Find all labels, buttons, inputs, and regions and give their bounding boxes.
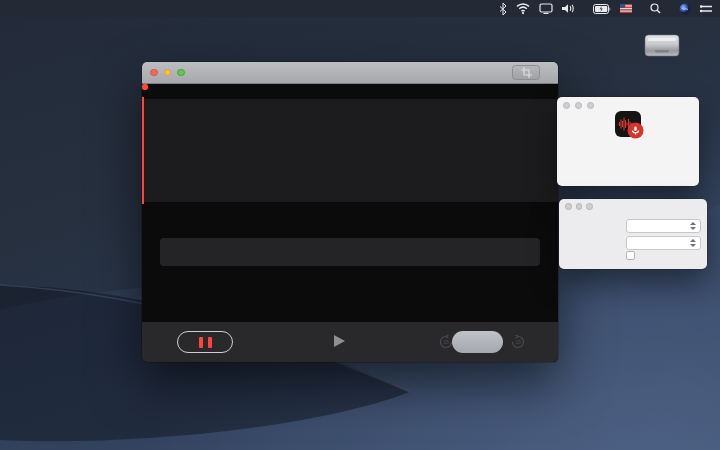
menu-bar — [0, 0, 720, 17]
preferences-window — [559, 199, 707, 269]
location-naming-row — [626, 251, 639, 260]
display-mirroring-icon[interactable] — [539, 3, 553, 14]
wifi-icon[interactable] — [516, 3, 530, 14]
overview-waveform[interactable] — [160, 238, 540, 266]
playhead-bottom-handle[interactable] — [142, 84, 148, 90]
minimize-button[interactable] — [575, 102, 582, 109]
zoom-button[interactable] — [587, 102, 594, 109]
about-voice-memos-window — [557, 97, 699, 186]
about-window-controls — [563, 102, 594, 109]
prefs-window-controls — [565, 203, 593, 210]
zoomed-waveform[interactable] — [142, 99, 558, 202]
audio-quality-popup[interactable] — [626, 236, 701, 250]
zoom-button[interactable] — [586, 203, 593, 210]
us-flag-icon[interactable] — [620, 4, 632, 13]
desktop-disk-icon[interactable] — [614, 33, 710, 61]
close-button[interactable] — [563, 102, 570, 109]
battery-icon[interactable] — [593, 4, 611, 14]
minimize-button[interactable] — [576, 203, 583, 210]
control-bar: 15 15 — [142, 322, 558, 362]
voice-memos-recorder-window: 15 15 — [142, 62, 558, 362]
stepper-icon — [689, 222, 700, 230]
stepper-icon — [689, 239, 700, 247]
clear-deleted-popup[interactable] — [626, 219, 701, 233]
trim-icon — [521, 67, 532, 78]
location-naming-checkbox[interactable] — [626, 251, 635, 260]
pause-button[interactable] — [177, 331, 233, 353]
svg-text:15: 15 — [515, 339, 521, 345]
recorder-titlebar[interactable] — [142, 62, 558, 84]
audio-quality-row — [559, 236, 707, 250]
svg-text:15: 15 — [443, 339, 449, 345]
skip-back-15-icon[interactable]: 15 — [439, 335, 453, 349]
bluetooth-icon[interactable] — [499, 3, 507, 15]
menu-status-area — [499, 3, 720, 15]
done-button[interactable] — [452, 331, 503, 353]
time-ruler[interactable] — [142, 202, 558, 228]
notification-center-icon[interactable] — [700, 4, 712, 14]
close-button[interactable] — [565, 203, 572, 210]
play-button[interactable] — [334, 335, 345, 347]
hard-drive-icon — [643, 33, 681, 58]
volume-icon[interactable] — [562, 3, 575, 14]
clear-deleted-row — [559, 219, 707, 233]
recorder-content: 15 15 — [142, 84, 558, 362]
close-button[interactable] — [150, 69, 158, 77]
spotlight-icon[interactable] — [650, 3, 661, 14]
voice-memos-app-icon — [614, 110, 642, 138]
siri-icon[interactable] — [679, 3, 691, 15]
trim-button[interactable] — [512, 65, 540, 80]
preferences-titlebar[interactable] — [559, 199, 707, 212]
minimize-button[interactable] — [164, 69, 172, 77]
pause-icon — [199, 337, 203, 348]
skip-forward-15-icon[interactable]: 15 — [511, 335, 525, 349]
zoom-button[interactable] — [177, 69, 185, 77]
playhead[interactable] — [142, 97, 144, 204]
